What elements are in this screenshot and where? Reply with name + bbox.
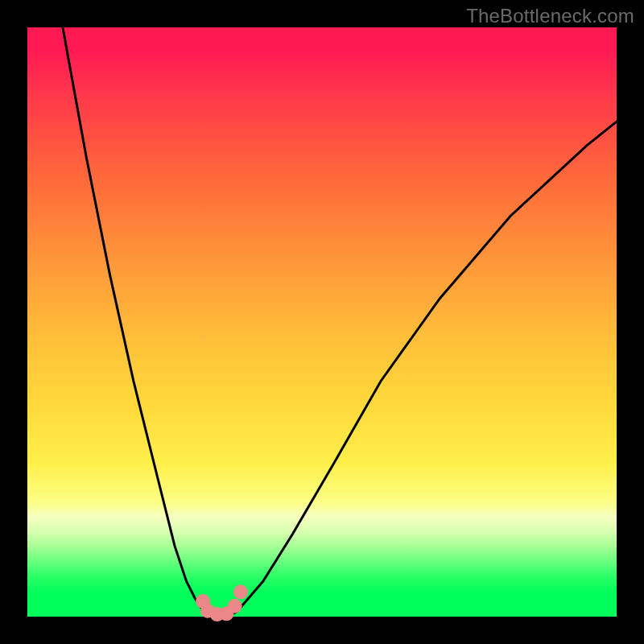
bottleneck-curve — [27, 27, 617, 617]
curve-path — [63, 27, 617, 616]
data-marker — [233, 584, 248, 599]
plot-area — [27, 27, 617, 617]
data-marker — [228, 599, 242, 613]
outer-frame: TheBottleneck.com — [0, 0, 644, 644]
watermark-text: TheBottleneck.com — [466, 5, 634, 27]
